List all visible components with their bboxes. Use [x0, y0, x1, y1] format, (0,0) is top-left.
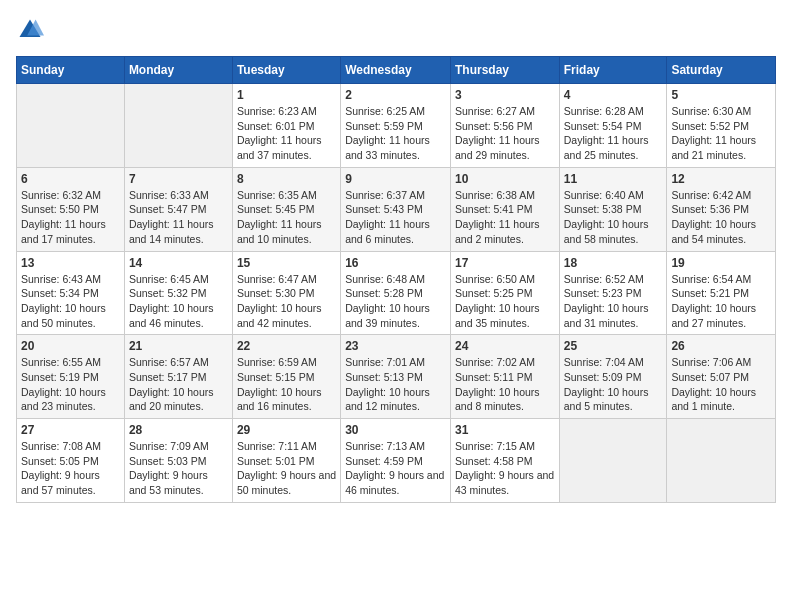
sunrise-text: Sunrise: 7:13 AM: [345, 439, 446, 454]
daylight-text: Daylight: 11 hours and 21 minutes.: [671, 133, 771, 162]
day-info: Sunrise: 6:37 AMSunset: 5:43 PMDaylight:…: [345, 188, 446, 247]
calendar-cell: [559, 419, 667, 503]
sunrise-text: Sunrise: 6:47 AM: [237, 272, 336, 287]
sunrise-text: Sunrise: 6:27 AM: [455, 104, 555, 119]
logo-icon: [16, 16, 44, 44]
day-number: 8: [237, 172, 336, 186]
calendar-cell: 13Sunrise: 6:43 AMSunset: 5:34 PMDayligh…: [17, 251, 125, 335]
sunrise-text: Sunrise: 6:33 AM: [129, 188, 228, 203]
day-info: Sunrise: 6:23 AMSunset: 6:01 PMDaylight:…: [237, 104, 336, 163]
sunrise-text: Sunrise: 7:01 AM: [345, 355, 446, 370]
daylight-text: Daylight: 10 hours and 16 minutes.: [237, 385, 336, 414]
sunrise-text: Sunrise: 7:08 AM: [21, 439, 120, 454]
sunset-text: Sunset: 5:01 PM: [237, 454, 336, 469]
day-number: 23: [345, 339, 446, 353]
day-number: 14: [129, 256, 228, 270]
daylight-text: Daylight: 11 hours and 25 minutes.: [564, 133, 663, 162]
day-number: 19: [671, 256, 771, 270]
calendar-cell: 3Sunrise: 6:27 AMSunset: 5:56 PMDaylight…: [450, 84, 559, 168]
calendar-cell: 4Sunrise: 6:28 AMSunset: 5:54 PMDaylight…: [559, 84, 667, 168]
weekday-header-saturday: Saturday: [667, 57, 776, 84]
day-info: Sunrise: 6:38 AMSunset: 5:41 PMDaylight:…: [455, 188, 555, 247]
daylight-text: Daylight: 10 hours and 20 minutes.: [129, 385, 228, 414]
day-info: Sunrise: 6:27 AMSunset: 5:56 PMDaylight:…: [455, 104, 555, 163]
day-info: Sunrise: 6:28 AMSunset: 5:54 PMDaylight:…: [564, 104, 663, 163]
sunrise-text: Sunrise: 6:50 AM: [455, 272, 555, 287]
day-info: Sunrise: 6:57 AMSunset: 5:17 PMDaylight:…: [129, 355, 228, 414]
sunset-text: Sunset: 5:56 PM: [455, 119, 555, 134]
sunset-text: Sunset: 5:28 PM: [345, 286, 446, 301]
day-info: Sunrise: 6:42 AMSunset: 5:36 PMDaylight:…: [671, 188, 771, 247]
sunset-text: Sunset: 5:25 PM: [455, 286, 555, 301]
day-number: 9: [345, 172, 446, 186]
day-number: 24: [455, 339, 555, 353]
daylight-text: Daylight: 10 hours and 5 minutes.: [564, 385, 663, 414]
day-info: Sunrise: 7:06 AMSunset: 5:07 PMDaylight:…: [671, 355, 771, 414]
sunset-text: Sunset: 5:41 PM: [455, 202, 555, 217]
day-info: Sunrise: 7:09 AMSunset: 5:03 PMDaylight:…: [129, 439, 228, 498]
daylight-text: Daylight: 9 hours and 53 minutes.: [129, 468, 228, 497]
daylight-text: Daylight: 10 hours and 39 minutes.: [345, 301, 446, 330]
day-number: 17: [455, 256, 555, 270]
calendar-cell: 23Sunrise: 7:01 AMSunset: 5:13 PMDayligh…: [341, 335, 451, 419]
daylight-text: Daylight: 11 hours and 6 minutes.: [345, 217, 446, 246]
sunset-text: Sunset: 5:47 PM: [129, 202, 228, 217]
calendar-cell: 10Sunrise: 6:38 AMSunset: 5:41 PMDayligh…: [450, 167, 559, 251]
logo: [16, 16, 48, 44]
sunrise-text: Sunrise: 6:38 AM: [455, 188, 555, 203]
daylight-text: Daylight: 11 hours and 33 minutes.: [345, 133, 446, 162]
daylight-text: Daylight: 9 hours and 46 minutes.: [345, 468, 446, 497]
day-number: 11: [564, 172, 663, 186]
day-number: 20: [21, 339, 120, 353]
day-number: 12: [671, 172, 771, 186]
weekday-header-friday: Friday: [559, 57, 667, 84]
calendar-cell: 19Sunrise: 6:54 AMSunset: 5:21 PMDayligh…: [667, 251, 776, 335]
calendar-cell: [124, 84, 232, 168]
daylight-text: Daylight: 10 hours and 1 minute.: [671, 385, 771, 414]
day-number: 4: [564, 88, 663, 102]
sunset-text: Sunset: 5:05 PM: [21, 454, 120, 469]
day-info: Sunrise: 6:45 AMSunset: 5:32 PMDaylight:…: [129, 272, 228, 331]
calendar-table: SundayMondayTuesdayWednesdayThursdayFrid…: [16, 56, 776, 503]
sunrise-text: Sunrise: 7:06 AM: [671, 355, 771, 370]
sunrise-text: Sunrise: 6:45 AM: [129, 272, 228, 287]
day-number: 27: [21, 423, 120, 437]
day-info: Sunrise: 6:32 AMSunset: 5:50 PMDaylight:…: [21, 188, 120, 247]
calendar-week-row: 20Sunrise: 6:55 AMSunset: 5:19 PMDayligh…: [17, 335, 776, 419]
day-info: Sunrise: 6:40 AMSunset: 5:38 PMDaylight:…: [564, 188, 663, 247]
sunset-text: Sunset: 5:34 PM: [21, 286, 120, 301]
sunset-text: Sunset: 5:45 PM: [237, 202, 336, 217]
calendar-cell: 22Sunrise: 6:59 AMSunset: 5:15 PMDayligh…: [232, 335, 340, 419]
sunset-text: Sunset: 5:32 PM: [129, 286, 228, 301]
daylight-text: Daylight: 10 hours and 58 minutes.: [564, 217, 663, 246]
daylight-text: Daylight: 11 hours and 29 minutes.: [455, 133, 555, 162]
day-info: Sunrise: 6:50 AMSunset: 5:25 PMDaylight:…: [455, 272, 555, 331]
sunrise-text: Sunrise: 7:04 AM: [564, 355, 663, 370]
calendar-cell: 31Sunrise: 7:15 AMSunset: 4:58 PMDayligh…: [450, 419, 559, 503]
sunset-text: Sunset: 5:50 PM: [21, 202, 120, 217]
day-info: Sunrise: 6:25 AMSunset: 5:59 PMDaylight:…: [345, 104, 446, 163]
day-info: Sunrise: 6:55 AMSunset: 5:19 PMDaylight:…: [21, 355, 120, 414]
sunset-text: Sunset: 5:52 PM: [671, 119, 771, 134]
day-number: 18: [564, 256, 663, 270]
calendar-week-row: 27Sunrise: 7:08 AMSunset: 5:05 PMDayligh…: [17, 419, 776, 503]
calendar-cell: 21Sunrise: 6:57 AMSunset: 5:17 PMDayligh…: [124, 335, 232, 419]
sunset-text: Sunset: 5:17 PM: [129, 370, 228, 385]
calendar-cell: 7Sunrise: 6:33 AMSunset: 5:47 PMDaylight…: [124, 167, 232, 251]
day-number: 6: [21, 172, 120, 186]
calendar-cell: 27Sunrise: 7:08 AMSunset: 5:05 PMDayligh…: [17, 419, 125, 503]
day-info: Sunrise: 6:43 AMSunset: 5:34 PMDaylight:…: [21, 272, 120, 331]
daylight-text: Daylight: 9 hours and 57 minutes.: [21, 468, 120, 497]
daylight-text: Daylight: 10 hours and 12 minutes.: [345, 385, 446, 414]
day-number: 22: [237, 339, 336, 353]
daylight-text: Daylight: 9 hours and 43 minutes.: [455, 468, 555, 497]
sunrise-text: Sunrise: 6:57 AM: [129, 355, 228, 370]
calendar-cell: 24Sunrise: 7:02 AMSunset: 5:11 PMDayligh…: [450, 335, 559, 419]
day-number: 25: [564, 339, 663, 353]
sunrise-text: Sunrise: 7:02 AM: [455, 355, 555, 370]
sunset-text: Sunset: 5:15 PM: [237, 370, 336, 385]
calendar-cell: 15Sunrise: 6:47 AMSunset: 5:30 PMDayligh…: [232, 251, 340, 335]
sunrise-text: Sunrise: 6:23 AM: [237, 104, 336, 119]
weekday-header-wednesday: Wednesday: [341, 57, 451, 84]
sunrise-text: Sunrise: 6:54 AM: [671, 272, 771, 287]
